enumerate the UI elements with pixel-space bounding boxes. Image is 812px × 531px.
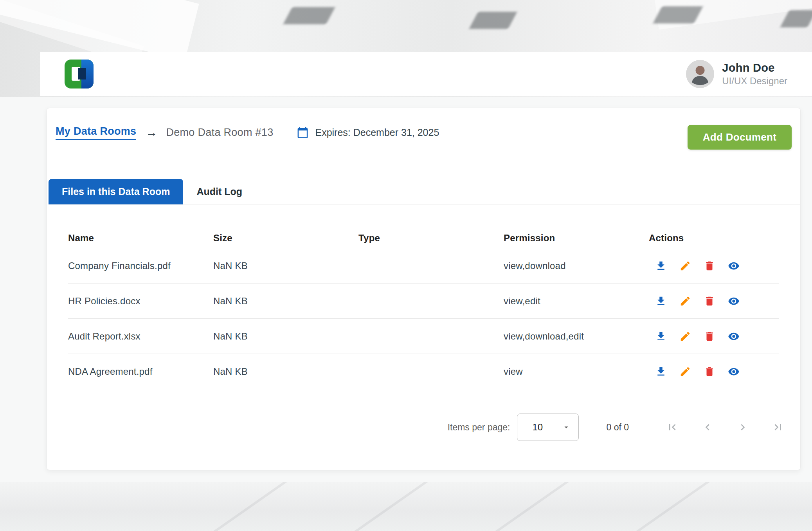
next-page-button[interactable] <box>736 421 749 433</box>
breadcrumb-arrow-icon: → <box>146 126 157 139</box>
download-icon <box>655 331 667 342</box>
row-actions <box>649 295 779 307</box>
add-document-button[interactable]: Add Document <box>688 125 792 150</box>
table-row: NDA Agreement.pdf NaN KB view <box>68 354 779 389</box>
previous-page-button[interactable] <box>701 421 714 433</box>
breadcrumb-my-data-rooms[interactable]: My Data Rooms <box>56 125 136 140</box>
tab-audit-log[interactable]: Audit Log <box>183 179 256 204</box>
page-size-value: 10 <box>532 422 543 433</box>
file-permission-cell: view,download <box>504 260 649 271</box>
file-size-cell: NaN KB <box>213 296 358 307</box>
file-size-cell: NaN KB <box>213 260 358 271</box>
edit-button[interactable] <box>679 295 691 307</box>
trash-icon <box>704 260 715 272</box>
edit-button[interactable] <box>679 260 691 272</box>
top-bar: John Doe UI/UX Designer <box>40 52 812 96</box>
breadcrumb-current-room: Demo Data Room #13 <box>166 126 273 139</box>
user-info: John Doe UI/UX Designer <box>686 60 787 88</box>
trash-icon <box>704 295 715 307</box>
floor-line <box>196 482 307 531</box>
delete-button[interactable] <box>704 260 715 272</box>
first-page-icon <box>666 421 679 433</box>
paginator: Items per page: 10 0 of 0 <box>47 413 800 441</box>
file-name-cell: NDA Agreement.pdf <box>68 366 213 377</box>
eye-icon <box>728 295 740 307</box>
file-size-cell: NaN KB <box>213 331 358 342</box>
ceiling-vent <box>469 12 517 29</box>
edit-button[interactable] <box>679 331 691 342</box>
edit-button[interactable] <box>679 366 691 377</box>
app-logo[interactable] <box>65 60 94 88</box>
row-actions <box>649 366 779 377</box>
delete-button[interactable] <box>704 331 715 342</box>
floor-line <box>478 482 589 531</box>
column-header-size: Size <box>213 233 358 244</box>
table-body: Company Financials.pdf NaN KB view,downl… <box>68 248 779 389</box>
eye-icon <box>728 366 740 377</box>
download-button[interactable] <box>655 366 667 377</box>
column-header-actions: Actions <box>649 233 779 244</box>
page-size-select[interactable]: 10 <box>517 414 579 441</box>
last-page-icon <box>772 421 784 433</box>
last-page-button[interactable] <box>772 421 784 433</box>
calendar-icon <box>297 126 309 139</box>
column-header-type: Type <box>358 233 504 244</box>
expires-label: Expires: December 31, 2025 <box>315 127 439 138</box>
caret-down-icon <box>562 423 571 432</box>
user-name: John Doe <box>722 61 787 74</box>
user-meta: John Doe UI/UX Designer <box>722 61 787 87</box>
ceiling-vent <box>283 7 335 24</box>
chevron-left-icon <box>701 421 714 433</box>
file-permission-cell: view <box>504 366 649 377</box>
download-button[interactable] <box>655 260 667 272</box>
table-row: HR Policies.docx NaN KB view,edit <box>68 284 779 319</box>
eye-icon <box>728 260 740 272</box>
items-per-page-label: Items per page: <box>448 422 510 433</box>
avatar-silhouette <box>686 60 714 88</box>
avatar[interactable] <box>686 60 714 88</box>
tab-files-in-data-room[interactable]: Files in this Data Room <box>49 179 183 204</box>
files-table: Name Size Type Permission Actions Compan… <box>47 228 800 389</box>
ceiling-vent <box>780 10 812 27</box>
file-name-cell: Company Financials.pdf <box>68 260 213 271</box>
download-icon <box>655 366 667 377</box>
floor-line <box>619 482 729 531</box>
download-icon <box>655 260 667 272</box>
view-button[interactable] <box>728 331 740 342</box>
file-size-cell: NaN KB <box>213 366 358 377</box>
file-name-cell: Audit Report.xlsx <box>68 331 213 342</box>
file-permission-cell: view,download,edit <box>504 331 649 342</box>
download-button[interactable] <box>655 331 667 342</box>
delete-button[interactable] <box>704 295 715 307</box>
table-header-row: Name Size Type Permission Actions <box>68 228 779 248</box>
download-icon <box>655 295 667 307</box>
pencil-icon <box>679 295 691 307</box>
column-header-name: Name <box>68 233 213 244</box>
eye-icon <box>728 331 740 342</box>
view-button[interactable] <box>728 295 740 307</box>
first-page-button[interactable] <box>666 421 679 433</box>
file-permission-cell: view,edit <box>504 296 649 307</box>
table-row: Audit Report.xlsx NaN KB view,download,e… <box>68 319 779 354</box>
view-button[interactable] <box>728 366 740 377</box>
file-name-cell: HR Policies.docx <box>68 296 213 307</box>
view-button[interactable] <box>728 260 740 272</box>
column-header-permission: Permission <box>504 233 649 244</box>
trash-icon <box>704 331 715 342</box>
row-actions <box>649 260 779 272</box>
pencil-icon <box>679 331 691 342</box>
logo-navy-block <box>78 68 86 79</box>
row-actions <box>649 331 779 342</box>
delete-button[interactable] <box>704 366 715 377</box>
table-row: Company Financials.pdf NaN KB view,downl… <box>68 248 779 284</box>
page-range-label: 0 of 0 <box>606 422 629 433</box>
trash-icon <box>704 366 715 377</box>
background-photo-bottom <box>0 482 812 531</box>
pencil-icon <box>679 366 691 377</box>
breadcrumb: My Data Rooms → Demo Data Room #13 Expir… <box>56 122 675 143</box>
pencil-icon <box>679 260 691 272</box>
data-room-card: My Data Rooms → Demo Data Room #13 Expir… <box>47 108 801 470</box>
paginator-nav <box>666 421 784 433</box>
download-button[interactable] <box>655 295 667 307</box>
floor-line <box>337 482 448 531</box>
